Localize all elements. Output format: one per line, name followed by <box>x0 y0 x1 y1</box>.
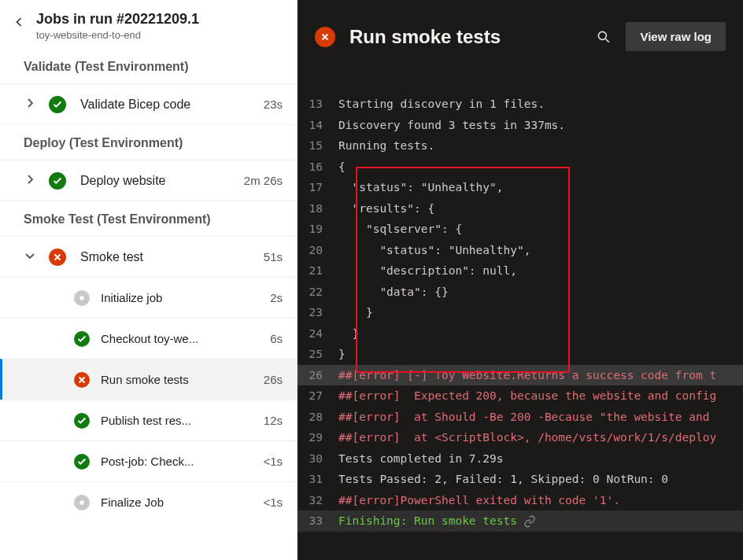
step-label: Run smoke tests <box>101 373 264 386</box>
log-line: 30Tests completed in 7.29s <box>298 448 743 470</box>
back-icon[interactable] <box>11 14 27 30</box>
job-label: Validate Bicep code <box>80 98 264 112</box>
step-duration: 26s <box>264 373 283 386</box>
line-content: "status": "Unhealthy", <box>338 240 743 261</box>
log-line: 14Discovery found 3 tests in 337ms. <box>298 115 743 136</box>
svg-point-0 <box>79 296 84 300</box>
line-content: ##[error] Expected 200, because the webs… <box>338 385 743 407</box>
line-number: 26 <box>298 365 338 386</box>
line-number: 17 <box>298 177 338 198</box>
line-number: 16 <box>298 157 338 178</box>
line-number: 33 <box>298 510 338 532</box>
log-title: Run smoke tests <box>349 26 582 48</box>
log-line: 24 } <box>298 323 743 344</box>
link-icon[interactable] <box>523 515 536 528</box>
chevron-right-icon[interactable] <box>24 97 38 112</box>
step-row[interactable]: Initialize job2s <box>0 277 297 318</box>
job-duration: 23s <box>264 98 283 111</box>
success-icon <box>49 172 66 190</box>
job-row[interactable]: Smoke test51s <box>0 236 297 277</box>
step-row[interactable]: Checkout toy-we...6s <box>0 318 297 359</box>
line-content: Discovery found 3 tests in 337ms. <box>338 115 743 136</box>
log-line: 32##[error]PowerShell exited with code '… <box>298 490 743 511</box>
line-content: "description": null, <box>338 260 743 282</box>
step-label: Publish test res... <box>101 414 264 427</box>
line-content: ##[error] at <ScriptBlock>, /home/vsts/w… <box>338 427 743 448</box>
line-content: "sqlserver": { <box>338 219 743 240</box>
line-content: } <box>338 323 743 344</box>
line-content: } <box>338 344 743 365</box>
log-line: 18 "results": { <box>298 198 743 219</box>
log-line: 22 "data": {} <box>298 282 743 303</box>
run-title: Jobs in run #20221209.1 <box>36 11 199 28</box>
line-number: 30 <box>298 448 338 470</box>
success-icon <box>74 454 90 470</box>
jobs-header: Jobs in run #20221209.1 toy-website-end-… <box>0 0 297 49</box>
success-icon <box>74 331 90 347</box>
line-number: 13 <box>298 94 338 115</box>
line-number: 15 <box>298 135 338 157</box>
line-number: 27 <box>298 385 338 407</box>
line-content: "status": "Unhealthy", <box>338 177 743 198</box>
line-content: Starting discovery in 1 files. <box>338 94 743 115</box>
log-line: 25} <box>298 344 743 365</box>
log-line: 28##[error] at Should -Be 200 -Because "… <box>298 407 743 428</box>
chevron-right-icon[interactable] <box>24 173 38 189</box>
line-number: 23 <box>298 302 338 323</box>
log-panel: Run smoke tests View raw log 13Starting … <box>298 0 743 560</box>
step-label: Checkout toy-we... <box>101 332 270 345</box>
step-row[interactable]: Run smoke tests26s <box>0 359 297 400</box>
line-number: 22 <box>298 282 338 303</box>
svg-point-2 <box>599 31 607 39</box>
stage-header: Validate (Test Environment) <box>0 49 297 83</box>
line-content: Tests Passed: 2, Failed: 1, Skipped: 0 N… <box>338 469 743 490</box>
job-row[interactable]: Validate Bicep code23s <box>0 83 297 124</box>
success-icon <box>49 96 66 113</box>
stage-header: Smoke Test (Test Environment) <box>0 201 297 236</box>
line-number: 32 <box>298 490 338 511</box>
line-number: 24 <box>298 323 338 344</box>
line-number: 18 <box>298 198 338 219</box>
log-line: 20 "status": "Unhealthy", <box>298 240 743 261</box>
line-content: "data": {} <box>338 282 743 303</box>
fail-icon <box>74 372 90 388</box>
log-output[interactable]: 13Starting discovery in 1 files.14Discov… <box>298 65 743 560</box>
log-line: 21 "description": null, <box>298 260 743 282</box>
step-duration: 6s <box>270 332 283 345</box>
chevron-down-icon[interactable] <box>24 249 38 265</box>
step-row[interactable]: Finalize Job<1s <box>0 481 297 522</box>
line-number: 14 <box>298 115 338 136</box>
line-number: 21 <box>298 260 338 282</box>
job-label: Smoke test <box>80 250 264 264</box>
line-content: Tests completed in 7.29s <box>338 448 743 470</box>
step-row[interactable]: Publish test res...12s <box>0 400 297 440</box>
step-row[interactable]: Post-job: Check...<1s <box>0 440 297 481</box>
line-content: } <box>338 302 743 323</box>
line-number: 29 <box>298 427 338 448</box>
job-duration: 2m 26s <box>244 174 283 187</box>
line-content: ##[error]PowerShell exited with code '1'… <box>338 490 743 511</box>
stage-header: Deploy (Test Environment) <box>0 124 297 160</box>
log-line: 16{ <box>298 157 743 178</box>
search-icon[interactable] <box>596 29 612 45</box>
log-line: 17 "status": "Unhealthy", <box>298 177 743 198</box>
log-line: 13Starting discovery in 1 files. <box>298 94 743 115</box>
skipped-icon <box>74 495 90 510</box>
view-raw-log-button[interactable]: View raw log <box>626 22 726 51</box>
line-number: 28 <box>298 407 338 428</box>
line-number: 20 <box>298 240 338 261</box>
line-number: 19 <box>298 219 338 240</box>
log-line: 19 "sqlserver": { <box>298 219 743 240</box>
line-number: 31 <box>298 469 338 490</box>
job-row[interactable]: Deploy website2m 26s <box>0 160 297 201</box>
line-content: Running tests. <box>338 135 743 157</box>
line-content: ##[error] at Should -Be 200 -Because "th… <box>338 407 743 428</box>
job-duration: 51s <box>264 250 283 263</box>
log-line: 23 } <box>298 302 743 323</box>
step-duration: 12s <box>264 414 283 427</box>
step-duration: 2s <box>270 291 283 304</box>
skipped-icon <box>74 290 90 306</box>
log-line: 26##[error] [-] Toy Website.Returns a su… <box>298 365 743 386</box>
run-subtitle: toy-website-end-to-end <box>36 29 199 41</box>
step-duration: <1s <box>263 455 283 468</box>
